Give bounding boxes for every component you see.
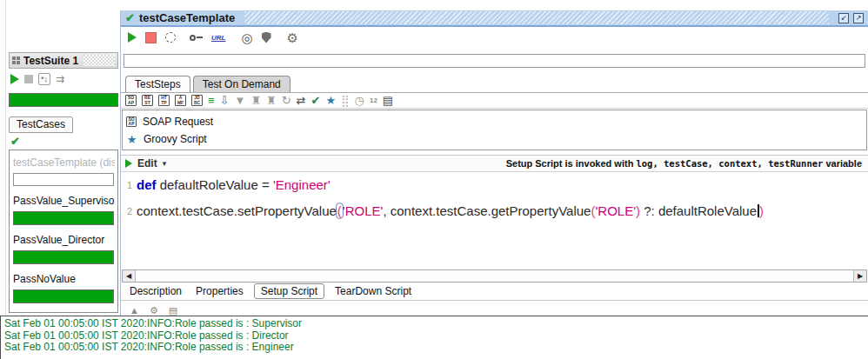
teststep-row-soap-request[interactable]: SO AP SOAP Request: [126, 113, 863, 130]
clipped-footer-toolbar: ▲ ⚙ ▤: [121, 301, 868, 316]
testcase-item[interactable]: PassNoValue: [12, 272, 115, 289]
script-log-panel[interactable]: Sat Feb 01 00:05:00 IST 2020:INFO:Role p…: [0, 316, 868, 359]
property-transfer-step-icon[interactable]: ⇩: [220, 95, 230, 107]
soap-step-icon[interactable]: SO AP: [125, 95, 137, 106]
scroll-left-icon[interactable]: ◀: [123, 270, 136, 282]
titlebar-stripes: [244, 11, 829, 24]
tab-testcases[interactable]: TestCases: [9, 116, 73, 133]
code-line-1: def defaultRoleValue = 'Engineer': [137, 172, 868, 198]
header-dither-pattern: [83, 55, 115, 66]
testcase-item[interactable]: PassValue_Supervisor: [12, 194, 115, 211]
security-shield-icon[interactable]: [262, 32, 271, 43]
groovy-star-icon: ★: [126, 134, 137, 145]
testsuite-progress-bar: [9, 93, 118, 107]
groovy-code-editor[interactable]: 1 2 def defaultRoleValue = 'Engineer' co…: [121, 172, 868, 269]
teststeps-list: SO AP SOAP Request ★ Groovy Script: [122, 110, 867, 150]
rest-step-icon[interactable]: RE ST: [142, 95, 153, 106]
testcase-item[interactable]: PassValue_Director: [12, 233, 115, 250]
edit-menu-button[interactable]: Edit: [137, 157, 157, 170]
log-line: Sat Feb 01 00:05:00 IST 2020:INFO:Role p…: [4, 330, 868, 342]
left-edge-strip: [0, 0, 6, 316]
testsuite-status-check-icon: ✔: [9, 133, 118, 150]
monitor-step-icon[interactable]: ▤: [383, 95, 393, 107]
testsuite-panel: TestSuite 1 *↓ ⇉ TestCases ✔ testCaseTem…: [9, 52, 118, 316]
tab-test-on-demand[interactable]: Test On Demand: [193, 76, 290, 92]
coverage-target-icon[interactable]: ◎: [241, 31, 252, 44]
sort-icon: ▲: [130, 304, 139, 316]
testcase-progress-bar: [13, 211, 114, 225]
run-script-icon[interactable]: [125, 159, 132, 168]
label-field-row: [121, 48, 868, 68]
delay-step-icon[interactable]: ◷: [355, 95, 364, 107]
line-number: 1: [121, 172, 135, 198]
testcase-bottom-tabbar: Description Properties Setup Script Tear…: [121, 283, 868, 301]
line-number-gutter: 1 2: [121, 172, 135, 269]
teststeps-tabbar: TestSteps Test On Demand: [121, 76, 868, 93]
scroll-right-icon[interactable]: ▶: [853, 270, 866, 282]
restore-window-icon[interactable]: ↙: [838, 13, 849, 23]
testsuite-icon: [12, 57, 20, 64]
log-line: Sat Feb 01 00:05:00 IST 2020:INFO:Role p…: [4, 342, 868, 354]
horizontal-scrollbar[interactable]: ◀ ▶: [122, 269, 867, 283]
groovy-script-step-icon[interactable]: ★: [325, 95, 336, 107]
wsdl-url-icon[interactable]: URL: [211, 34, 225, 42]
tab-description[interactable]: Description: [130, 285, 182, 297]
setup-script-hint: Setup Script is invoked with log, testCa…: [506, 158, 864, 169]
teststep-label: Groovy Script: [144, 133, 207, 145]
testsuite-title: TestSuite 1: [23, 55, 78, 67]
testcase-window-title: testCaseTemplate: [139, 11, 235, 24]
testsuite-panel-header[interactable]: TestSuite 1: [9, 52, 118, 69]
gear-icon: ⚙: [150, 304, 158, 316]
run-testsuite-icon[interactable]: [10, 74, 19, 84]
http-step-icon[interactable]: HT TP: [158, 95, 170, 106]
code-line-2: context.testCase.setPropertyValue('ROLE'…: [137, 198, 868, 224]
loop-run-icon[interactable]: [165, 32, 176, 43]
properties-step-icon[interactable]: ≡: [208, 95, 215, 107]
soap-step-icon: SO AP: [126, 116, 137, 127]
auth-key-icon[interactable]: [190, 35, 203, 41]
testcases-list: testCaseTemplate (disa PassValue_Supervi…: [9, 150, 118, 313]
maximize-window-icon[interactable]: ↗: [853, 13, 864, 23]
sequential-run-toggle[interactable]: *↓: [38, 73, 50, 85]
testcase-toolbar: URL ◎ ⚙: [121, 27, 868, 48]
teststep-type-toolbar: SO AP RE ST HT TP A MF JD BC ≡ ⇩ ▼ ♜ ♜ ↻…: [121, 93, 868, 109]
matched-bracket-close: ): [759, 203, 764, 218]
testsuite-toolbar: *↓ ⇉: [9, 69, 118, 89]
run-testcase-icon[interactable]: [128, 32, 137, 43]
stop-testsuite-icon[interactable]: [24, 75, 33, 83]
testcase-progress-bar: [13, 289, 114, 303]
stop-testcase-icon[interactable]: [145, 32, 157, 43]
testcase-progress-empty: [13, 173, 114, 186]
tab-teststeps[interactable]: TestSteps: [125, 76, 190, 92]
goto-step-icon[interactable]: ⇄: [297, 95, 306, 107]
tab-properties[interactable]: Properties: [196, 285, 244, 297]
testcase-status-check-icon: ✔: [125, 12, 135, 23]
setup-script-editor-header: Edit ▾ Setup Script is invoked with log,…: [121, 155, 868, 172]
line-number: 2: [121, 198, 135, 224]
jdbc-step-icon[interactable]: JD BC: [191, 95, 203, 106]
parallel-run-toggle[interactable]: ⇉: [56, 74, 64, 84]
tab-teardown-script[interactable]: TearDown Script: [335, 285, 411, 297]
assertion-step-icon[interactable]: ✔: [311, 95, 321, 107]
scrollbar-track[interactable]: [136, 270, 853, 282]
chevron-down-icon[interactable]: ▾: [163, 159, 167, 168]
manual-step-icon[interactable]: ♜: [266, 95, 277, 107]
tab-setup-script[interactable]: Setup Script: [254, 283, 324, 299]
teststep-label: SOAP Request: [143, 116, 213, 128]
teststep-row-groovy-script[interactable]: ★ Groovy Script: [126, 130, 863, 148]
datasource-step-icon[interactable]: ⣿: [341, 95, 350, 107]
log-line: Sat Feb 01 00:05:00 IST 2020:INFO:Role p…: [4, 318, 868, 330]
testcase-progress-bar: [13, 250, 114, 264]
amf-step-icon[interactable]: A MF: [175, 95, 186, 106]
options-gear-icon[interactable]: ⚙: [287, 31, 298, 44]
run-testcase-step-icon[interactable]: ↻: [282, 95, 291, 107]
mockresponse-step-icon[interactable]: ♜: [250, 95, 261, 107]
testcase-label-input[interactable]: [124, 54, 865, 68]
testcase-window-titlebar[interactable]: ✔ testCaseTemplate ↙ ↗: [121, 10, 868, 27]
monitor-icon: ▤: [169, 304, 177, 316]
conditional-goto-step-icon[interactable]: ▼: [235, 95, 246, 107]
testcase-item-disabled[interactable]: testCaseTemplate (disa: [12, 156, 115, 173]
testcase-window: ✔ testCaseTemplate ↙ ↗ URL ◎ ⚙ TestSteps…: [120, 10, 868, 316]
counter-step-icon[interactable]: 12: [370, 95, 377, 107]
